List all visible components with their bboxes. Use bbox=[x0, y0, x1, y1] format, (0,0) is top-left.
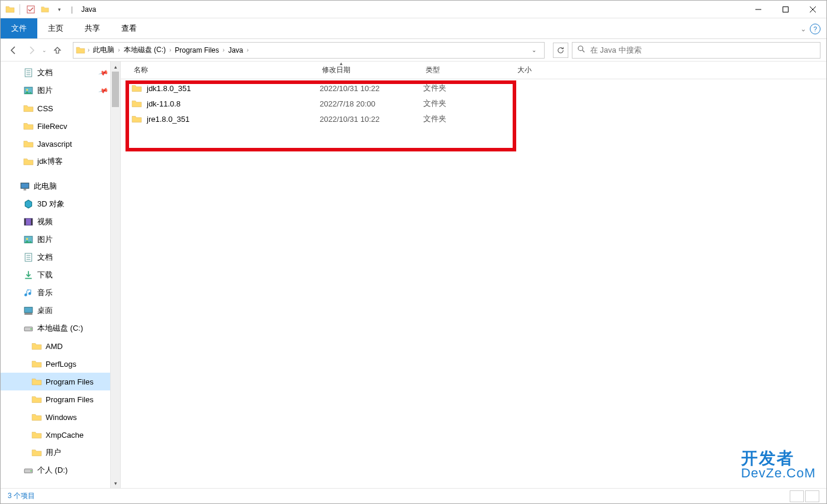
sidebar-item[interactable]: Windows bbox=[1, 408, 110, 426]
file-name: jre1.8.0_351 bbox=[147, 115, 189, 124]
refresh-button[interactable] bbox=[553, 43, 568, 58]
breadcrumb-bar[interactable]: › 此电脑 › 本地磁盘 (C:) › Program Files › Java… bbox=[73, 42, 545, 59]
qat-checkbox-icon[interactable] bbox=[25, 4, 37, 15]
column-header-size[interactable]: 大小 bbox=[511, 65, 571, 75]
search-input[interactable] bbox=[590, 46, 815, 54]
sidebar-item-label: PerfLogs bbox=[46, 360, 76, 369]
3d-icon bbox=[23, 199, 34, 209]
sidebar-item[interactable]: 文档 📌 bbox=[1, 64, 110, 82]
view-details-button[interactable] bbox=[790, 490, 804, 502]
sidebar-item-thispc[interactable]: 此电脑 bbox=[1, 177, 110, 195]
sidebar-item[interactable]: 用户 bbox=[1, 444, 110, 461]
file-date: 2022/10/31 10:22 bbox=[320, 115, 423, 124]
sidebar-item-label: 音乐 bbox=[37, 287, 53, 298]
folder-icon bbox=[31, 358, 42, 369]
search-icon bbox=[577, 45, 585, 55]
sidebar-item[interactable]: 图片 bbox=[1, 231, 110, 248]
sort-indicator-icon: ▴ bbox=[340, 62, 343, 66]
qat-dropdown-icon[interactable]: ▾ bbox=[53, 4, 65, 15]
folder-icon bbox=[131, 114, 142, 124]
sidebar-item[interactable]: AMD bbox=[1, 337, 110, 355]
folder-icon bbox=[131, 83, 142, 93]
qat-folder-icon[interactable] bbox=[39, 4, 51, 15]
breadcrumb-folder-icon bbox=[76, 46, 85, 55]
breadcrumb-item[interactable]: Java bbox=[224, 46, 246, 54]
sidebar-item-label: 图片 bbox=[37, 85, 53, 96]
nav-up-button[interactable] bbox=[50, 43, 65, 57]
breadcrumb-item[interactable]: 此电脑 bbox=[89, 45, 118, 55]
sidebar-item[interactable]: 图片 📌 bbox=[1, 82, 110, 99]
svg-line-6 bbox=[583, 50, 585, 53]
folder-icon bbox=[23, 156, 34, 167]
sidebar-item[interactable]: 下载 bbox=[1, 266, 110, 284]
breadcrumb-item[interactable]: Program Files bbox=[171, 46, 223, 54]
file-row[interactable]: jdk-11.0.8 2022/7/18 20:00 文件夹 bbox=[124, 96, 823, 111]
column-header-type[interactable]: 类型 bbox=[420, 65, 511, 75]
desktop-icon bbox=[23, 305, 34, 316]
file-type: 文件夹 bbox=[423, 98, 515, 109]
svg-point-27 bbox=[30, 328, 31, 329]
sidebar-scrollbar[interactable]: ▴ ▾ bbox=[110, 62, 120, 488]
sidebar-item-label: 下载 bbox=[37, 270, 53, 280]
breadcrumb-item[interactable]: 本地磁盘 (C:) bbox=[120, 45, 169, 55]
sidebar-item[interactable]: jdk博客 bbox=[1, 153, 110, 170]
file-name: jdk-11.0.8 bbox=[147, 99, 181, 108]
video-icon bbox=[23, 217, 34, 227]
sidebar-item[interactable]: FileRecv bbox=[1, 117, 110, 135]
file-row[interactable]: jdk1.8.0_351 2022/10/31 10:22 文件夹 bbox=[124, 80, 823, 96]
sidebar-item[interactable]: 本地磁盘 (C:) bbox=[1, 319, 110, 337]
sidebar-item-label: 文档 bbox=[37, 252, 53, 263]
folder-icon bbox=[31, 429, 42, 440]
ribbon-tab-file[interactable]: 文件 bbox=[1, 18, 37, 38]
maximize-button[interactable] bbox=[772, 1, 799, 18]
pin-icon: 📌 bbox=[98, 67, 110, 78]
sidebar-item[interactable]: XmpCache bbox=[1, 426, 110, 444]
sidebar-item[interactable]: PerfLogs bbox=[1, 355, 110, 373]
column-header-name[interactable]: 名称 bbox=[121, 65, 316, 75]
sidebar-item[interactable]: 视频 bbox=[1, 213, 110, 231]
sidebar-item-label: 本地磁盘 (C:) bbox=[37, 323, 83, 334]
sidebar-item[interactable]: 个人 (D:) bbox=[1, 461, 110, 479]
folder-icon bbox=[31, 394, 42, 405]
svg-rect-2 bbox=[783, 7, 789, 12]
sidebar-item-label: AMD bbox=[46, 342, 63, 351]
help-icon[interactable]: ? bbox=[810, 24, 820, 34]
nav-history-dropdown[interactable]: ⌄ bbox=[42, 47, 47, 53]
sidebar-item[interactable]: 3D 对象 bbox=[1, 195, 110, 213]
search-box[interactable] bbox=[572, 42, 820, 59]
sidebar-item[interactable]: 桌面 bbox=[1, 302, 110, 319]
file-row[interactable]: jre1.8.0_351 2022/10/31 10:22 文件夹 bbox=[124, 111, 823, 127]
folder-icon bbox=[23, 103, 34, 114]
ribbon-tab-view[interactable]: 查看 bbox=[111, 18, 147, 38]
nav-back-button[interactable] bbox=[7, 43, 21, 57]
sidebar-item[interactable]: Javascript bbox=[1, 135, 110, 153]
sidebar-item-label: jdk博客 bbox=[37, 156, 63, 167]
close-button[interactable] bbox=[799, 1, 826, 18]
breadcrumb-dropdown-button[interactable]: ⌄ bbox=[526, 43, 542, 58]
ribbon-collapse-icon[interactable]: ⌄ bbox=[800, 25, 806, 33]
ribbon-tab-home[interactable]: 主页 bbox=[37, 18, 74, 38]
file-date: 2022/7/18 20:00 bbox=[320, 99, 423, 108]
chevron-right-icon[interactable]: › bbox=[247, 47, 249, 53]
column-header-date[interactable]: 修改日期 bbox=[316, 65, 420, 75]
sidebar-item-label: 个人 (D:) bbox=[37, 465, 67, 476]
sidebar-item[interactable]: Program Files bbox=[1, 373, 110, 390]
view-thumbnails-button[interactable] bbox=[805, 490, 819, 502]
file-date: 2022/10/31 10:22 bbox=[320, 84, 423, 93]
folder-icon bbox=[31, 447, 42, 458]
scroll-thumb[interactable] bbox=[112, 72, 119, 107]
scroll-up-icon[interactable]: ▴ bbox=[111, 62, 120, 72]
sidebar-item[interactable]: 文档 bbox=[1, 248, 110, 266]
sidebar-item[interactable]: Program Files bbox=[1, 390, 110, 408]
file-name: jdk1.8.0_351 bbox=[147, 84, 191, 93]
status-text: 3 个项目 bbox=[8, 491, 35, 501]
sidebar-item[interactable]: 音乐 bbox=[1, 284, 110, 302]
minimize-button[interactable] bbox=[745, 1, 772, 18]
ribbon-tab-share[interactable]: 共享 bbox=[74, 18, 111, 38]
column-headers: ▴ 名称 修改日期 类型 大小 bbox=[121, 62, 826, 79]
scroll-down-icon[interactable]: ▾ bbox=[111, 478, 120, 488]
drive-icon bbox=[23, 465, 34, 476]
nav-forward-button bbox=[24, 43, 38, 57]
folder-icon bbox=[23, 138, 34, 149]
sidebar-item[interactable]: CSS bbox=[1, 99, 110, 117]
